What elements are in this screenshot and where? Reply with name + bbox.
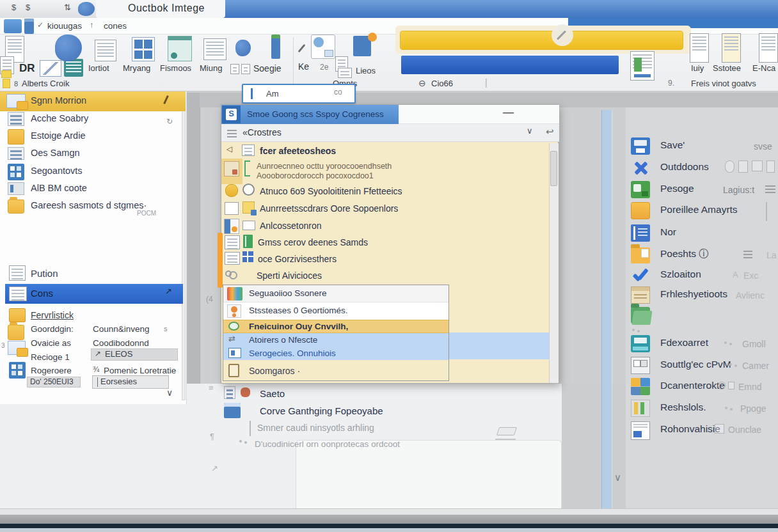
menu-item-8[interactable]: Sperti Aivicioces [257,270,322,281]
right-item-poeshts[interactable]: Poeshts ⓘ [660,248,709,260]
footer-item-1[interactable]: Saeto [260,388,285,399]
tab-second[interactable]: cones [104,21,127,31]
share-folder-icon[interactable] [311,35,335,59]
ribbon-ke-label[interactable]: Ke [298,61,309,72]
blue-progress-bar[interactable] [401,56,619,74]
sidebar-item-3[interactable]: Estoige Ardie [31,130,85,141]
yellow-highlight-bar[interactable] [400,31,683,50]
green-folder-icon[interactable] [631,307,650,324]
submenu-item-5[interactable]: Serogecies. Onnuhiois [249,348,336,359]
dropdown-minimize-glyph[interactable]: — [503,106,514,119]
right-item-reshslols[interactable]: Reshslols. [660,402,706,413]
menu-item-6[interactable]: Gmss cerov deenes Samds [258,237,368,247]
sidebar-item-2[interactable]: Acche Soabry [31,113,88,124]
ribbon-group-label-1[interactable]: Iortiot [88,64,109,74]
ribbon-group-label-4[interactable]: Miung [200,64,222,74]
right-side-svse: svse [754,141,772,152]
memo-doc-icon[interactable] [203,38,226,60]
ribbon-cross-label[interactable]: Cio66 [431,79,453,89]
ribbon-right-label-1[interactable]: Iuiy [691,64,704,74]
form-value-1: Counn&inveng [93,324,150,334]
panel-chevron-glyph[interactable]: ∨ [614,472,621,483]
chart-icon[interactable] [95,40,116,61]
ribbon-lieos-label[interactable]: Lieos [356,66,376,76]
sidebar-pution[interactable]: Pution [31,268,58,279]
blue-column-icon[interactable] [271,38,280,59]
sidebar-item-6[interactable]: AlB BM coote [31,183,87,194]
ribbon-ze-label[interactable]: 2e [320,63,328,72]
right-scroll-stripe[interactable] [601,110,612,509]
eleos-field[interactable] [91,348,178,361]
right-item-rohonva[interactable]: Rohonvahisie [660,423,720,435]
right-item-souttlg[interactable]: Souttlg'ec cPvM [660,359,731,370]
mail-folder-icon[interactable] [4,19,22,33]
submenu-item-1[interactable]: Seguaoiioo Ssonere [249,288,327,299]
ribbon-right-label-2[interactable]: Sstotee [713,64,741,74]
footer-item-3: Smner caudi ninsyotls arhling [257,423,374,433]
teal-list-icon[interactable] [64,59,83,77]
ribbon-group-label-5[interactable]: Soegie [253,63,282,74]
menu-icon-4 [242,201,255,214]
right-item-outddoons[interactable]: Outddoons [660,161,709,173]
ribbon-right-label-3[interactable]: E-Nca [752,64,775,74]
menu-item-7[interactable]: oce Gorzivisesthers [258,254,337,264]
sidebar-cons[interactable]: Cons [31,288,53,299]
envelope-icon[interactable] [40,60,61,77]
sidebar-fervr[interactable]: Fervrlistick [31,310,74,320]
submenu-item-2[interactable]: Stssteases 0 Geortiomés. [249,306,348,316]
subheader-chevron-glyph[interactable]: ∨ [527,127,533,136]
right-item-save[interactable]: Save' [660,139,685,151]
meeting-window-icon[interactable] [168,36,192,61]
sidebar-refresh-glyph[interactable]: ↻ [166,118,173,127]
menu-item-2-line2[interactable]: Aoooborocdorocch pocoxocdoo1 [257,171,374,180]
right-item-szloaiton[interactable]: Szloaiton [660,269,701,280]
subheader-pin-glyph[interactable]: ↩ [546,126,554,137]
sidebar-item-4[interactable]: Oes Samgn [31,148,80,159]
gray-window-icon [631,357,650,374]
cube-icon[interactable] [353,36,371,56]
eleos-arrow-glyph: ↗ [95,350,101,359]
right-item-fdexoarret[interactable]: Fdexoarret [660,337,708,348]
orange-scroll-chip[interactable] [218,233,223,288]
menu-search-input[interactable] [265,87,316,100]
submenu-item-3[interactable]: Fneicuinor Ouy Cnvvilh, [249,322,348,332]
right-item-frhlesh[interactable]: Frhleshyetioots [660,288,727,300]
image-icon [631,181,650,198]
dropdown-scroll-thumb[interactable] [550,151,557,186]
right-item-poreillee[interactable]: Poreillee Amayrts [660,204,738,215]
submenu-item-4[interactable]: Atoirers o Nfescte [249,335,317,345]
menu-item-2-line1[interactable]: Aunroecnneo octtu yoroocooendhseth [257,162,392,171]
lieos-mini-icon[interactable] [338,68,352,78]
right-item-nor[interactable]: Nor [660,226,676,238]
ribbon-group-label-3[interactable]: Fismoos [160,64,191,74]
mini-list-icon-1[interactable] [230,64,239,74]
submenu-item-6[interactable]: Soomgaros · [249,366,300,376]
mini-list-icon-2[interactable] [241,64,250,74]
ribbon-group-label-2[interactable]: Mryang [123,64,150,74]
window-grid-icon[interactable] [132,37,155,61]
tab-up-glyph[interactable]: ↑ [90,20,94,30]
list-panel-icon[interactable] [24,19,34,34]
footer-item-2[interactable]: Corve Ganthging Fopeoyabe [260,405,383,416]
right-doc-icon-2[interactable] [722,33,741,63]
ribbon-alberts-label[interactable]: Alberts Croik [22,79,69,89]
sidebar-item-1[interactable]: Sgnn Morrion [31,95,86,106]
right-doc-icon-3[interactable] [759,33,778,63]
right-doc-icon-1[interactable] [690,33,709,63]
menu-item-4[interactable]: Aunrreetsscdrars Oore Sopoenlors [260,203,398,214]
right-side-gmoll: Gmoll [742,339,766,349]
sidebar-chevron-glyph[interactable]: ∨ [166,387,173,398]
submenu-icon-6 [228,364,239,377]
menu-item-3[interactable]: Atnuco 6o9 Syooloititenin Ffetteeics [260,186,402,196]
selection-band-ext [449,332,559,359]
color-grid-icon [631,378,650,395]
sidebar-item-5[interactable]: Segoantovts [31,166,83,176]
sidebar-item-7[interactable]: Gareesh sasmots d stgmes· [31,200,147,211]
ribbon-dr-label[interactable]: DR [19,62,35,75]
menu-item-1[interactable]: fcer afeeteosheos [260,146,336,156]
menu-item-5[interactable]: Anlcossetonron [260,221,322,231]
tab-home[interactable]: kiouugas [47,21,82,31]
right-item-dcanen[interactable]: Dcanenterokte [660,380,725,391]
sidebar-scrollbar[interactable] [182,95,186,400]
right-item-pesoge[interactable]: Pesoge [660,183,694,194]
